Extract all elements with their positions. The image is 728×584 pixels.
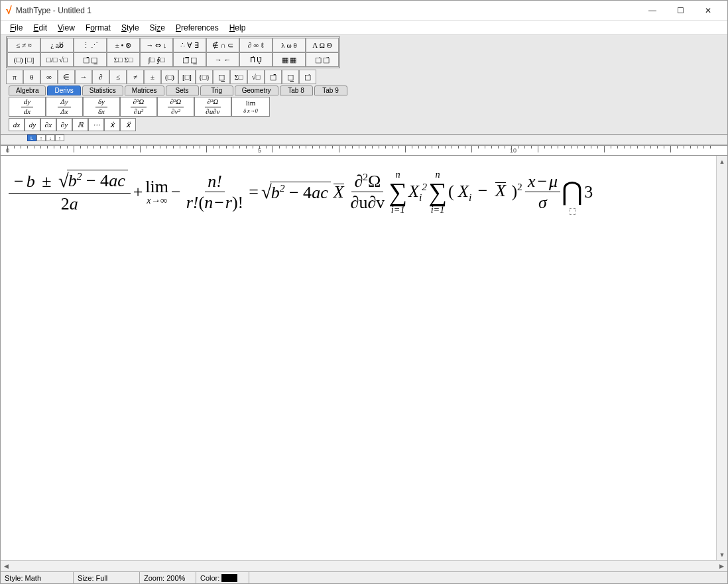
scroll-right-icon[interactable]: ▶ — [716, 563, 727, 569]
scroll-up-icon[interactable]: ▲ — [717, 156, 727, 167]
status-zoom[interactable]: Zoom: 200% — [140, 572, 196, 583]
deriv-template-1[interactable]: ΔyΔx — [46, 97, 83, 117]
tab-tab-8[interactable]: Tab 8 — [280, 86, 313, 95]
tab-trig[interactable]: Trig — [200, 86, 233, 95]
combinatorics-fraction[interactable]: n! r!(n−r)! — [184, 171, 247, 213]
palette-btn-r1-3[interactable]: ± • ⊗ — [107, 38, 140, 52]
small-symbol-4[interactable]: ℝ — [72, 118, 88, 131]
small-symbol-1[interactable]: dy — [25, 118, 40, 131]
symbol-btn-13[interactable]: Σ□ — [230, 70, 247, 84]
menu-view[interactable]: View — [52, 22, 80, 34]
ruler[interactable]: 0510 — [1, 145, 727, 156]
deriv-template-2[interactable]: δyδx — [83, 97, 120, 117]
maximize-button[interactable]: ☐ — [666, 1, 694, 20]
small-symbol-0[interactable]: dx — [9, 118, 25, 131]
palette-btn-r2-7[interactable]: Π̂ Ų̂ — [239, 52, 273, 67]
tab-right-icon[interactable]: ↓ — [46, 135, 55, 141]
symbol-btn-17[interactable]: □̇ — [299, 70, 316, 84]
palette-btn-r2-9[interactable]: □̇ □̈ — [306, 52, 339, 67]
zscore-fraction[interactable]: x−μ σ — [525, 171, 560, 213]
tab-sets[interactable]: Sets — [166, 86, 199, 95]
symbol-btn-2[interactable]: ∞ — [40, 70, 58, 84]
menu-format[interactable]: Format — [80, 22, 116, 34]
symbol-btn-3[interactable]: ∈ — [58, 70, 75, 84]
tab-geometry[interactable]: Geometry — [235, 86, 278, 95]
horizontal-scrollbar[interactable]: ◀ ▶ — [1, 560, 727, 571]
status-style[interactable]: Style: Math — [1, 572, 74, 583]
palette-btn-r1-2[interactable]: ⋮ ⋰ — [74, 38, 107, 52]
palette-btn-r2-4[interactable]: ∫□ ∮□ — [140, 52, 173, 67]
editor-area[interactable]: −b ± √b2 − 4ac 2a + lim x→∞ − n! r!(n−r)… — [1, 156, 727, 560]
palette-btn-r1-7[interactable]: ∂ ∞ ℓ — [239, 38, 273, 52]
menu-file[interactable]: File — [5, 22, 28, 34]
deriv-template-0[interactable]: dydx — [9, 97, 46, 117]
close-button[interactable]: ✕ — [694, 1, 722, 20]
symbol-btn-5[interactable]: ∂ — [92, 70, 109, 84]
symbol-btn-14[interactable]: √□ — [247, 70, 265, 84]
palette-btn-r2-1[interactable]: □/□ √□ — [40, 52, 74, 67]
sum-1[interactable]: n ∑ i=1 — [389, 170, 407, 215]
status-color[interactable]: Color: — [196, 572, 249, 583]
symbol-btn-12[interactable]: □̲ — [213, 70, 230, 84]
small-symbol-2[interactable]: ∂x — [40, 118, 56, 131]
symbol-btn-16[interactable]: □̲ — [282, 70, 299, 84]
palette-btn-r1-4[interactable]: → ⇔ ↓ — [140, 38, 173, 52]
tab-statistics[interactable]: Statistics — [82, 86, 123, 95]
symbol-btn-15[interactable]: □̄ — [265, 70, 282, 84]
tab-algebra[interactable]: Algebra — [9, 86, 46, 95]
symbol-btn-0[interactable]: π — [6, 70, 23, 84]
symbol-btn-4[interactable]: → — [75, 70, 92, 84]
small-symbol-5[interactable]: ⋯ — [88, 118, 104, 131]
deriv-template-6[interactable]: limδ x→0 — [231, 97, 270, 117]
palette-btn-r1-1[interactable]: ¿ ab̸ — [40, 38, 74, 52]
symbol-btn-9[interactable]: (□) — [161, 70, 178, 84]
small-symbol-3[interactable]: ∂y — [56, 118, 72, 131]
equation[interactable]: −b ± √b2 − 4ac 2a + lim x→∞ − n! r!(n−r)… — [9, 169, 714, 215]
small-symbol-6[interactable]: ẋ — [104, 118, 120, 131]
tab-derivs[interactable]: Derivs — [47, 86, 80, 95]
menu-style[interactable]: Style — [116, 22, 145, 34]
big-intersection[interactable]: ⋂ — [562, 169, 583, 215]
palette-btn-r1-9[interactable]: Λ Ω Θ — [306, 38, 339, 52]
palette-btn-r1-6[interactable]: ∉ ∩ ⊂ — [206, 38, 239, 52]
small-symbol-7[interactable]: ẍ — [120, 118, 136, 131]
palette-btn-r1-8[interactable]: λ ω θ — [273, 38, 306, 52]
menu-preferences[interactable]: Preferences — [170, 22, 224, 34]
tab-left-icon[interactable]: L — [27, 135, 36, 141]
subscript-slot[interactable] — [570, 208, 576, 215]
tab-dec-icon[interactable]: ↑ — [55, 135, 64, 141]
deriv-template-5[interactable]: ∂²Ω∂u∂v — [194, 97, 231, 117]
palette-btn-r2-3[interactable]: Σ□ Σ□ — [107, 52, 140, 67]
menu-size[interactable]: Size — [145, 22, 170, 34]
deriv-template-4[interactable]: ∂²Ω∂v² — [157, 97, 194, 117]
tab-tab-9[interactable]: Tab 9 — [314, 86, 347, 95]
menu-help[interactable]: Help — [224, 22, 251, 34]
palette-btn-r2-8[interactable]: ▦ ▦ — [273, 52, 306, 67]
symbol-btn-11[interactable]: {□} — [196, 70, 213, 84]
palette-btn-r2-0[interactable]: (□) [□] — [7, 52, 40, 67]
scroll-down-icon[interactable]: ▼ — [717, 549, 727, 560]
symbol-btn-1[interactable]: θ — [23, 70, 40, 84]
sqrt-rhs[interactable]: √b2 − 4ac — [261, 182, 331, 203]
palette-btn-r1-0[interactable]: ≤ ≠ ≈ — [7, 38, 40, 52]
palette-btn-r1-5[interactable]: ∴ ∀ ∃ — [173, 38, 206, 52]
symbol-btn-10[interactable]: [□] — [178, 70, 196, 84]
partial-derivative[interactable]: ∂2Ω ∂u∂v — [348, 171, 388, 213]
limit[interactable]: lim x→∞ — [145, 178, 168, 205]
scroll-left-icon[interactable]: ◀ — [1, 563, 12, 569]
vertical-scrollbar[interactable]: ▲ ▼ — [716, 156, 727, 560]
x-bar[interactable]: X — [332, 182, 345, 202]
symbol-btn-6[interactable]: ≤ — [109, 70, 127, 84]
symbol-btn-8[interactable]: ± — [144, 70, 161, 84]
deriv-template-3[interactable]: ∂²Ω∂u² — [120, 97, 157, 117]
tab-matrices[interactable]: Matrices — [125, 86, 164, 95]
palette-btn-r2-6[interactable]: → ← — [206, 52, 239, 67]
palette-btn-r2-2[interactable]: □̄ □̲ — [74, 52, 107, 67]
minimize-button[interactable]: — — [638, 1, 666, 20]
status-size[interactable]: Size: Full — [74, 572, 140, 583]
quadratic-fraction[interactable]: −b ± √b2 − 4ac 2a — [9, 170, 131, 214]
palette-btn-r2-5[interactable]: □̅ □̲ — [173, 52, 206, 67]
sum-2[interactable]: n ∑ i=1 — [428, 170, 447, 215]
tab-center-icon[interactable]: ↑ — [36, 135, 46, 141]
symbol-btn-7[interactable]: ≠ — [127, 70, 144, 84]
